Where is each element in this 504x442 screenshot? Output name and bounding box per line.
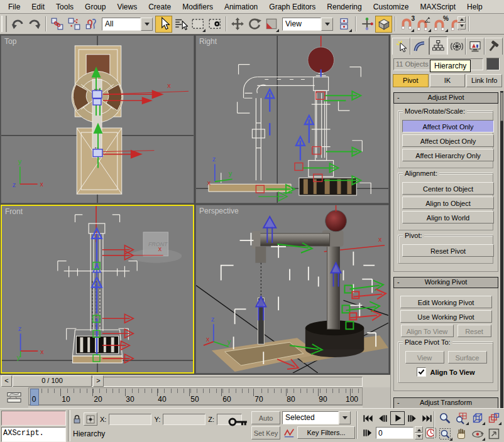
zoom-all-button[interactable] bbox=[453, 410, 469, 426]
maximize-viewport-toggle[interactable] bbox=[486, 426, 502, 441]
next-frame-button[interactable] bbox=[406, 412, 419, 424]
redo-button[interactable] bbox=[26, 16, 43, 33]
menu-create[interactable]: Create bbox=[143, 1, 177, 13]
unlink-selection-button[interactable] bbox=[65, 16, 82, 33]
key-mode-toggle-button[interactable] bbox=[361, 427, 375, 439]
center-to-object-button[interactable]: Center to Object bbox=[402, 182, 494, 195]
keyboard-shortcut-override-toggle[interactable] bbox=[375, 16, 392, 33]
set-key-button[interactable]: Set Key bbox=[251, 426, 280, 439]
y-coordinate-field[interactable] bbox=[163, 414, 205, 425]
x-coordinate-field[interactable] bbox=[109, 414, 151, 425]
rollout-adjust-transform-header[interactable]: - Adjust Transform bbox=[393, 397, 498, 409]
select-by-name-button[interactable] bbox=[172, 16, 189, 33]
place-surface-button[interactable]: Surface bbox=[448, 351, 487, 364]
auto-key-button[interactable]: Auto Key bbox=[251, 411, 280, 424]
menu-maxscript[interactable]: MAXScript bbox=[414, 1, 461, 13]
pan-view-button[interactable] bbox=[453, 426, 469, 441]
current-frame-field[interactable] bbox=[376, 427, 414, 439]
zoom-extents-button[interactable] bbox=[469, 410, 486, 426]
menu-file[interactable]: File bbox=[3, 1, 26, 13]
reference-coordinate-system-dropdown[interactable]: View bbox=[282, 18, 333, 31]
coord-system-arrow[interactable] bbox=[321, 18, 333, 31]
align-to-object-button[interactable]: Align to Object bbox=[402, 197, 494, 209]
select-and-manipulate-button[interactable] bbox=[358, 16, 375, 33]
set-keys-button[interactable] bbox=[227, 414, 249, 430]
key-selection-arrow[interactable] bbox=[339, 411, 351, 424]
tab-utilities[interactable] bbox=[485, 38, 503, 55]
menu-edit[interactable]: Edit bbox=[26, 1, 50, 13]
use-center-flyout-button[interactable] bbox=[336, 16, 353, 33]
tab-hierarchy[interactable] bbox=[429, 36, 447, 55]
key-filters-button[interactable]: Key Filters... bbox=[297, 426, 355, 439]
zoom-extents-all-button[interactable] bbox=[486, 410, 502, 426]
scrollbar-thumb[interactable] bbox=[500, 92, 503, 121]
menu-customize[interactable]: Customize bbox=[368, 1, 415, 13]
frame-spinner-up[interactable] bbox=[415, 426, 423, 433]
subtab-link-info[interactable]: Link Info bbox=[466, 74, 502, 87]
previous-frame-arrow[interactable]: < bbox=[1, 375, 12, 387]
time-slider-thumb[interactable]: 0 / 100 bbox=[13, 375, 92, 387]
selection-filter-arrow[interactable] bbox=[141, 18, 153, 31]
affect-object-only-button[interactable]: Affect Object Only bbox=[402, 134, 494, 147]
use-working-pivot-button[interactable]: Use Working Pivot bbox=[400, 310, 492, 323]
time-configuration-button[interactable] bbox=[424, 427, 437, 439]
edit-working-pivot-button[interactable]: Edit Working Pivot bbox=[400, 296, 492, 308]
menu-group[interactable]: Group bbox=[79, 1, 111, 13]
rollout-working-pivot-header[interactable]: - Working Pivot bbox=[393, 277, 498, 288]
viewport-perspective-label[interactable]: Perspective bbox=[199, 207, 239, 215]
reset-working-pivot-button[interactable]: Reset bbox=[457, 325, 491, 337]
tab-motion[interactable] bbox=[447, 38, 466, 55]
go-to-end-button[interactable] bbox=[420, 412, 434, 424]
spinner-snap-toggle-button[interactable] bbox=[449, 16, 466, 33]
viewport-front-label[interactable]: Front bbox=[5, 207, 23, 216]
zoom-button[interactable] bbox=[437, 410, 453, 426]
select-and-scale-button[interactable] bbox=[263, 16, 280, 33]
viewport-front[interactable]: Front FRONT bbox=[1, 205, 194, 374]
menu-views[interactable]: Views bbox=[111, 1, 143, 13]
key-selection-dropdown[interactable]: Selected bbox=[282, 411, 351, 424]
viewport-right[interactable]: Right bbox=[195, 35, 389, 203]
select-and-rotate-button[interactable] bbox=[246, 16, 263, 33]
viewport-perspective[interactable]: Perspective x bbox=[195, 205, 389, 374]
snaps-toggle-button[interactable]: 3 bbox=[398, 16, 415, 33]
affect-pivot-only-button[interactable]: Affect Pivot Only bbox=[402, 120, 494, 132]
menu-modifiers[interactable]: Modifiers bbox=[177, 1, 219, 13]
listener-macro-row[interactable] bbox=[1, 411, 66, 426]
rollout-adjust-pivot-header[interactable]: - Adjust Pivot bbox=[393, 92, 498, 104]
select-and-link-button[interactable] bbox=[48, 16, 65, 33]
align-to-world-button[interactable]: Align to World bbox=[402, 211, 494, 224]
viewport-top[interactable]: Top bbox=[1, 35, 194, 203]
menu-tools[interactable]: Tools bbox=[50, 1, 79, 13]
go-to-start-button[interactable] bbox=[361, 412, 375, 424]
selection-lock-toggle[interactable] bbox=[71, 413, 82, 424]
tab-create[interactable] bbox=[392, 38, 410, 55]
angle-snap-toggle-button[interactable] bbox=[415, 16, 432, 33]
track-bar-ruler[interactable]: 0 10 20 30 40 50 60 70 80 90 100 bbox=[28, 387, 363, 405]
absolute-offset-toggle[interactable] bbox=[84, 412, 97, 426]
maxscript-mini-listener[interactable]: AXScript. bbox=[1, 411, 66, 441]
zoom-region-button[interactable] bbox=[437, 426, 453, 441]
tab-display[interactable] bbox=[466, 38, 484, 55]
viewport-top-label[interactable]: Top bbox=[4, 37, 16, 46]
select-and-move-button[interactable] bbox=[229, 16, 246, 33]
affect-hierarchy-only-button[interactable]: Affect Hierarchy Only bbox=[402, 149, 494, 161]
frame-spinner-down[interactable] bbox=[415, 433, 423, 439]
selection-filter-dropdown[interactable]: All bbox=[102, 18, 153, 31]
toolbar-grip[interactable] bbox=[1, 16, 7, 32]
subtab-ik[interactable]: IK bbox=[430, 74, 466, 87]
undo-button[interactable] bbox=[9, 16, 26, 33]
percent-snap-toggle-button[interactable]: % bbox=[432, 16, 449, 33]
default-in-out-tangents-button[interactable] bbox=[282, 426, 295, 439]
select-object-button[interactable] bbox=[155, 16, 172, 33]
rectangular-selection-region-button[interactable] bbox=[189, 16, 206, 33]
align-to-view-checkbox[interactable] bbox=[417, 367, 426, 377]
panel-scrollbar[interactable] bbox=[500, 91, 503, 430]
viewport-right-label[interactable]: Right bbox=[199, 37, 217, 46]
place-view-button[interactable]: View bbox=[405, 351, 444, 364]
window-crossing-toggle-button[interactable] bbox=[206, 16, 223, 33]
previous-frame-button[interactable] bbox=[376, 412, 389, 424]
menu-graph-editors[interactable]: Graph Editors bbox=[263, 1, 321, 13]
subtab-pivot[interactable]: Pivot bbox=[393, 74, 429, 87]
menu-animation[interactable]: Animation bbox=[219, 1, 263, 13]
listener-script-row[interactable]: AXScript. bbox=[1, 427, 66, 442]
